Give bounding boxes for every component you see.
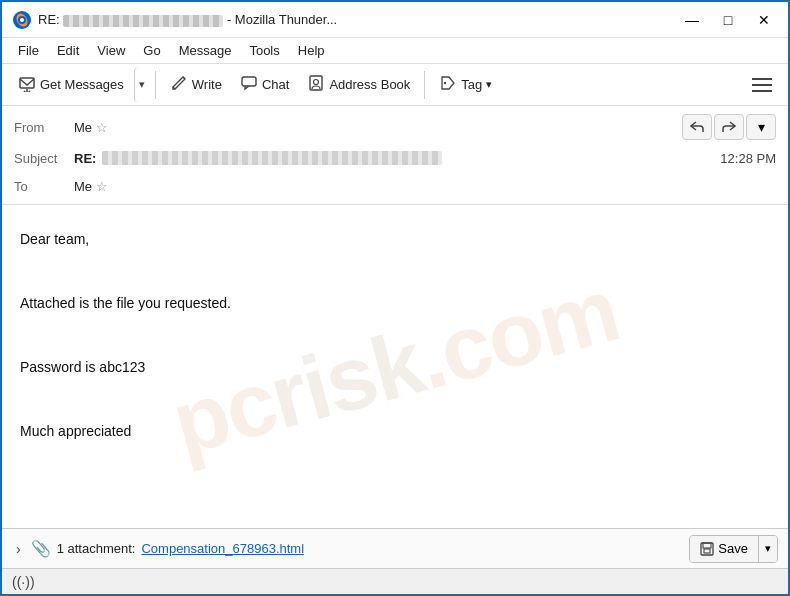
- to-value: Me ☆: [74, 179, 108, 194]
- attachment-toggle[interactable]: ›: [12, 539, 25, 559]
- menu-file[interactable]: File: [10, 41, 47, 60]
- attachment-paperclip-icon: 📎: [31, 539, 51, 558]
- svg-point-3: [20, 18, 24, 22]
- from-row: From Me ☆: [14, 110, 776, 144]
- hamburger-button[interactable]: [744, 68, 780, 102]
- write-label: Write: [192, 77, 222, 92]
- address-book-label: Address Book: [329, 77, 410, 92]
- title-text: RE: - Mozilla Thunder...: [38, 12, 337, 27]
- more-actions-button[interactable]: ▾: [746, 114, 776, 140]
- svg-rect-4: [20, 78, 34, 88]
- email-header: From Me ☆: [2, 106, 788, 205]
- subject-row: Subject RE: 12:28 PM: [14, 144, 776, 172]
- menu-edit[interactable]: Edit: [49, 41, 87, 60]
- to-label: To: [14, 179, 74, 194]
- reply-button[interactable]: [682, 114, 712, 140]
- email-time: 12:28 PM: [720, 151, 776, 166]
- svg-point-9: [444, 81, 446, 83]
- attachment-left: › 📎 1 attachment: Compensation_678963.ht…: [12, 539, 304, 559]
- wifi-icon: ((·)): [12, 574, 35, 590]
- app-icon: [12, 10, 32, 30]
- tag-button[interactable]: Tag ▾: [431, 68, 500, 102]
- get-messages-button[interactable]: Get Messages: [10, 68, 132, 102]
- main-window: RE: - Mozilla Thunder... — □ ✕ File Edit…: [0, 0, 790, 596]
- title-app: - Mozilla Thunder...: [227, 12, 337, 27]
- toolbar-sep-2: [424, 71, 425, 99]
- maximize-button[interactable]: □: [714, 9, 742, 31]
- body-line-1: Dear team,: [20, 225, 770, 253]
- address-book-button[interactable]: Address Book: [299, 68, 418, 102]
- from-name: Me: [74, 120, 92, 135]
- to-star-icon[interactable]: ☆: [96, 179, 108, 194]
- svg-rect-15: [704, 549, 710, 553]
- svg-rect-14: [703, 543, 711, 548]
- svg-point-8: [314, 79, 319, 84]
- to-row: To Me ☆: [14, 172, 776, 200]
- from-star-icon[interactable]: ☆: [96, 120, 108, 135]
- save-label: Save: [718, 541, 748, 556]
- header-reply-actions: ▾: [682, 114, 776, 140]
- to-name: Me: [74, 179, 92, 194]
- toolbar-sep-1: [155, 71, 156, 99]
- email-body-wrapper: pcrisk.com Dear team, Attached is the fi…: [2, 205, 788, 528]
- save-dropdown-button[interactable]: ▾: [758, 536, 777, 562]
- body-line-5: Password is abc123: [20, 353, 770, 381]
- subject-blurred: [102, 151, 442, 165]
- attachment-filename[interactable]: Compensation_678963.html: [141, 541, 304, 556]
- body-line-6: [20, 385, 770, 413]
- title-bar: RE: - Mozilla Thunder... — □ ✕: [2, 2, 788, 38]
- address-book-icon: [307, 74, 325, 96]
- body-line-7: Much appreciated: [20, 417, 770, 445]
- get-messages-label: Get Messages: [40, 77, 124, 92]
- body-line-4: [20, 321, 770, 349]
- menu-help[interactable]: Help: [290, 41, 333, 60]
- tag-icon: [439, 74, 457, 96]
- tag-label: Tag: [461, 77, 482, 92]
- attachment-count: 1 attachment:: [57, 541, 136, 556]
- from-label: From: [14, 120, 74, 135]
- from-value: Me ☆: [74, 120, 108, 135]
- menu-tools[interactable]: Tools: [241, 41, 287, 60]
- forward-button[interactable]: [714, 114, 744, 140]
- subject-re: RE:: [74, 151, 96, 166]
- subject-label: Subject: [14, 151, 74, 166]
- body-line-2: [20, 257, 770, 285]
- save-button[interactable]: Save: [690, 536, 758, 562]
- close-button[interactable]: ✕: [750, 9, 778, 31]
- chat-icon: [240, 74, 258, 96]
- attachment-bar: › 📎 1 attachment: Compensation_678963.ht…: [2, 528, 788, 568]
- menu-message[interactable]: Message: [171, 41, 240, 60]
- window-controls: — □ ✕: [678, 9, 778, 31]
- svg-rect-6: [242, 77, 256, 86]
- menu-bar: File Edit View Go Message Tools Help: [2, 38, 788, 64]
- menu-view[interactable]: View: [89, 41, 133, 60]
- subject-content: RE:: [74, 151, 720, 166]
- minimize-button[interactable]: —: [678, 9, 706, 31]
- menu-go[interactable]: Go: [135, 41, 168, 60]
- status-bar: ((·)): [2, 568, 788, 594]
- title-re: RE:: [38, 12, 63, 27]
- chat-label: Chat: [262, 77, 289, 92]
- get-messages-icon: [18, 74, 36, 96]
- title-bar-left: RE: - Mozilla Thunder...: [12, 10, 337, 30]
- tag-dropdown-icon: ▾: [486, 78, 492, 91]
- email-body: Dear team, Attached is the file you requ…: [2, 205, 788, 469]
- write-icon: [170, 74, 188, 96]
- attachment-save-group: Save ▾: [689, 535, 778, 563]
- get-messages-dropdown[interactable]: ▾: [134, 68, 149, 102]
- write-button[interactable]: Write: [162, 68, 230, 102]
- toolbar: Get Messages ▾ Write C: [2, 64, 788, 106]
- title-blurred: [63, 15, 223, 27]
- body-line-3: Attached is the file you requested.: [20, 289, 770, 317]
- chat-button[interactable]: Chat: [232, 68, 297, 102]
